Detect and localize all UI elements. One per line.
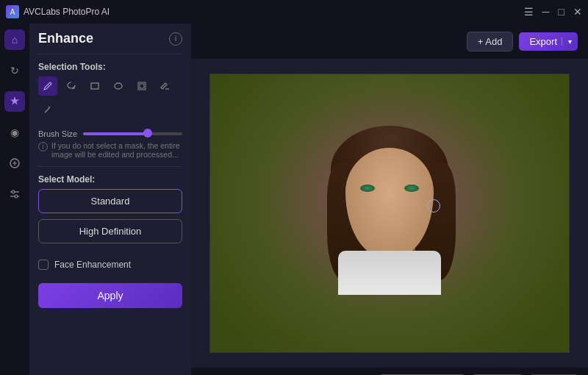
apply-button[interactable]: Apply — [38, 283, 182, 308]
bottom-toolbar: ↺ ↩ ↪ − 79% + 1:1 ⛶ Remove All Mask Reve… — [191, 368, 588, 375]
svg-point-6 — [115, 83, 122, 89]
ellipse-tool[interactable] — [109, 76, 128, 96]
pen-tool[interactable] — [38, 76, 57, 96]
app-title: AVCLabs PhotoPro AI — [24, 7, 110, 17]
window-controls: ☰ ─ □ ✕ — [524, 6, 582, 18]
menu-icon[interactable]: ☰ — [524, 6, 534, 18]
nav-home[interactable]: ⌂ — [4, 29, 25, 50]
high-definition-model-button[interactable]: High Definition — [38, 219, 182, 243]
export-button-group: Export ▾ — [519, 32, 578, 51]
sidebar: Enhance i Selection Tools: — [29, 24, 191, 375]
close-button[interactable]: ✕ — [573, 6, 582, 18]
rect-tool[interactable] — [85, 76, 104, 96]
image-placeholder — [210, 74, 569, 352]
svg-line-10 — [45, 108, 49, 113]
divider-2 — [38, 166, 182, 167]
shirt — [338, 251, 441, 295]
nav-bg-remove[interactable] — [4, 153, 25, 174]
brush-size-section: Brush Size i If you do not select a mask… — [38, 126, 182, 159]
erase-tool[interactable] — [156, 76, 175, 96]
standard-model-button[interactable]: Standard — [38, 189, 182, 213]
nav-enhance[interactable] — [4, 91, 25, 112]
content-area: + Add Export ▾ — [191, 24, 588, 375]
nav-retouch[interactable]: ◉ — [4, 122, 25, 143]
info-button[interactable]: i — [169, 32, 182, 46]
title-bar-left: A AVCLabs PhotoPro AI — [6, 5, 110, 18]
nav-rotate[interactable]: ↻ — [4, 60, 25, 81]
brush-size-label: Brush Size — [38, 129, 77, 138]
mask-info-text: If you do not select a mask, the entire … — [51, 141, 182, 159]
magic-wand-tool[interactable] — [38, 100, 57, 119]
main-container: ⌂ ↻ ◉ Enhance i — [0, 24, 588, 375]
export-label: Export — [529, 36, 562, 47]
selection-tools-label: Selection Tools: — [38, 62, 182, 72]
nav-adjust[interactable] — [4, 184, 25, 204]
divider-1 — [38, 54, 182, 54]
face-enhancement-label: Face Enhancement — [54, 260, 131, 270]
selection-tools-section: Selection Tools: — [38, 62, 182, 119]
maximize-button[interactable]: □ — [559, 6, 564, 18]
export-button[interactable]: Export ▾ — [519, 32, 578, 51]
minimize-button[interactable]: ─ — [542, 6, 550, 18]
eye-right — [404, 185, 419, 192]
face-enhancement-row: Face Enhancement — [38, 260, 182, 270]
brush-size-row: Brush Size — [38, 129, 182, 138]
sidebar-header: Enhance i — [38, 31, 182, 46]
subject-tool[interactable] — [132, 76, 151, 96]
svg-rect-8 — [140, 84, 144, 88]
svg-point-4 — [15, 195, 18, 198]
select-model-section: Select Model: Standard High Definition — [38, 174, 182, 249]
info-icon-small: i — [38, 142, 48, 151]
header-bar: + Add Export ▾ — [191, 24, 588, 59]
select-model-label: Select Model: — [38, 174, 182, 185]
svg-point-3 — [12, 190, 15, 193]
add-button[interactable]: + Add — [467, 32, 514, 51]
title-bar: A AVCLabs PhotoPro AI ☰ ─ □ ✕ — [0, 0, 588, 24]
cursor-circle — [427, 199, 440, 213]
export-arrow-icon[interactable]: ▾ — [562, 38, 578, 46]
tools-row — [38, 76, 182, 119]
face-enhancement-checkbox[interactable] — [38, 260, 49, 270]
page-title: Enhance — [38, 31, 93, 46]
brush-size-slider[interactable] — [83, 132, 182, 135]
nav-icons-bar: ⌂ ↻ ◉ — [0, 24, 29, 375]
brush-thumb — [143, 129, 152, 138]
app-icon: A — [6, 5, 19, 18]
svg-rect-5 — [91, 83, 98, 89]
lasso-tool[interactable] — [62, 76, 81, 96]
portrait-face — [316, 104, 463, 295]
eye-left — [360, 185, 375, 192]
mask-info: i If you do not select a mask, the entir… — [38, 141, 182, 159]
image-container — [209, 74, 570, 353]
canvas-area[interactable] — [191, 59, 588, 368]
